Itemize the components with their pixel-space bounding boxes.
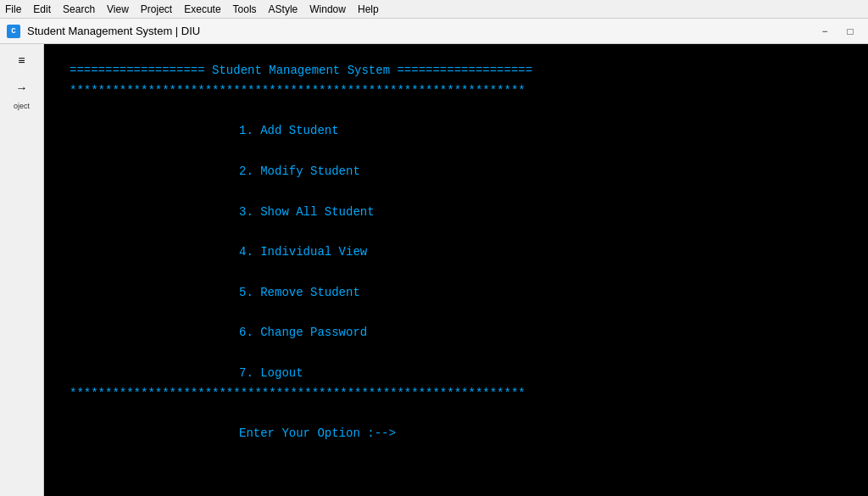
- menu-search[interactable]: Search: [63, 3, 95, 15]
- menu-item-5: 5. Remove Student: [239, 283, 843, 304]
- sidebar: ≡ → oject: [0, 44, 44, 496]
- blank-1: [70, 102, 843, 122]
- prompt-text: Enter Your Option :-->: [239, 424, 843, 444]
- blank-8: [70, 404, 843, 425]
- blank-4: [239, 222, 843, 242]
- terminal-window[interactable]: =================== Student Management S…: [44, 44, 868, 496]
- app-icon: C: [7, 25, 20, 38]
- sidebar-icon-1[interactable]: ≡: [7, 49, 37, 73]
- blank-6: [239, 304, 843, 324]
- window-title: Student Management System | DIU: [27, 25, 200, 37]
- menu-execute[interactable]: Execute: [184, 3, 220, 15]
- minimize-button[interactable]: −: [814, 24, 836, 39]
- blank-5: [239, 263, 843, 283]
- menu-astyle[interactable]: AStyle: [269, 3, 298, 15]
- sidebar-project-icon[interactable]: →: [7, 76, 37, 100]
- title-bar: C Student Management System | DIU − □: [0, 19, 868, 44]
- menu-item-4: 4. Individual View: [239, 242, 843, 263]
- menu-project[interactable]: Project: [141, 3, 172, 15]
- sidebar-project-label: oject: [14, 102, 30, 110]
- blank-2: [239, 142, 843, 162]
- menu-view[interactable]: View: [107, 3, 129, 15]
- window-controls[interactable]: − □: [814, 24, 861, 39]
- menu-item-3: 3. Show All Student: [239, 203, 843, 223]
- menu-item-7: 7. Logout: [239, 364, 843, 384]
- menu-list: 1. Add Student 2. Modify Student 3. Show…: [70, 121, 843, 383]
- main-layout: ≡ → oject =================== Student Ma…: [0, 44, 868, 496]
- menu-item-2: 2. Modify Student: [239, 162, 843, 182]
- menu-item-6: 6. Change Password: [239, 323, 843, 343]
- sidebar-section-project: → oject: [7, 76, 37, 110]
- menu-help[interactable]: Help: [358, 3, 379, 15]
- header-line: =================== Student Management S…: [70, 61, 843, 81]
- prompt-area: Enter Your Option :-->: [70, 424, 843, 444]
- stars-top: ****************************************…: [70, 81, 843, 102]
- menu-edit[interactable]: Edit: [33, 3, 51, 15]
- titlebar-left: C Student Management System | DIU: [7, 25, 200, 38]
- menu-file[interactable]: File: [5, 3, 21, 15]
- stars-bottom: ****************************************…: [70, 384, 843, 404]
- sidebar-section-1: ≡: [7, 49, 37, 73]
- menu-tools[interactable]: Tools: [233, 3, 257, 15]
- blank-3: [239, 182, 843, 203]
- blank-7: [239, 343, 843, 364]
- maximize-button[interactable]: □: [839, 24, 861, 39]
- menu-window[interactable]: Window: [309, 3, 346, 15]
- menu-item-1: 1. Add Student: [239, 121, 843, 142]
- menu-bar: File Edit Search View Project Execute To…: [0, 0, 868, 19]
